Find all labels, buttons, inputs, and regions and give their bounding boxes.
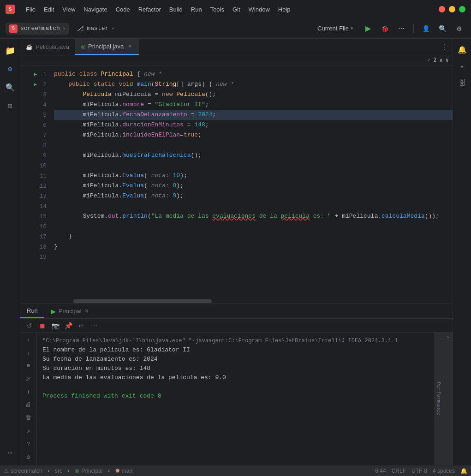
annotation-up[interactable]: ∧ [440,57,443,64]
code-editor: ▶1▶2345678910111213141516171819 public c… [20,65,453,299]
settings-button[interactable]: ⚙ [453,22,465,35]
output-line-1: El nombre de la pelicula es: Gladiator I… [42,345,429,355]
status-warning-icon: ⚠ [4,468,9,474]
current-file-selector[interactable]: Current File ▾ [313,23,358,34]
output-line-3: Su duración en minutos es: 148 [42,364,429,373]
tab-close-principal[interactable]: ✕ [126,43,133,50]
sidebar-item-structure[interactable]: ⊞ [2,98,18,114]
horizontal-scrollbar[interactable] [20,299,453,303]
sidebar: 📁 ⊙ 🔍 ⊞ ⋯ [0,39,20,465]
status-file-name: Principal [81,468,102,474]
status-method[interactable]: ⬟ main [115,468,134,474]
current-file-dropdown-icon: ▾ [351,25,353,31]
menu-item-git[interactable]: Git [229,4,244,15]
menu-item-tools[interactable]: Tools [207,4,228,15]
more-button[interactable]: ⋯ [89,320,100,331]
tab-pelicula[interactable]: ☕ Pelicula.java [20,39,75,55]
code-content[interactable]: public class Principal { new * public st… [50,65,453,299]
profile-button[interactable]: 👤 [419,22,432,35]
help-icon[interactable]: ? [22,438,35,450]
project-selector[interactable]: S screenmatch ▾ [6,23,69,35]
menu-item-window[interactable]: Window [245,4,274,15]
scrollbar-thumb[interactable] [73,299,212,303]
debug-button[interactable]: 🐞 [378,22,391,35]
run-output: "C:\Program Files\Java\jdk-17\bin\java.e… [37,333,434,465]
sidebar-item-git[interactable]: ⊙ [2,61,18,77]
tab-principal[interactable]: ◎ Principal.java ✕ [75,39,139,55]
status-method-name: main [122,468,134,474]
bottom-tabs: Run ▶ Principal ✕ [20,304,453,319]
app-icon: S [6,5,15,14]
bell-icon: 🔔 [460,468,467,474]
bottom-tab-run[interactable]: Run [20,304,44,318]
tab-label-pelicula: Pelicula.java [36,43,69,50]
minimize-button[interactable] [449,6,455,12]
screenshot-button[interactable]: 📷 [50,320,61,331]
status-file[interactable]: ◎ Principal [75,468,102,474]
scroll-up-icon[interactable]: ↑ [22,334,35,346]
notifications-icon[interactable]: 🔔 [455,42,470,57]
code-line-4: miPelicula.nombre = "Gladiator II"; [54,100,453,110]
status-notifications[interactable]: 🔔 [460,468,467,474]
principal-tab-close[interactable]: ✕ [84,308,89,314]
pin-button[interactable]: 📌 [63,320,74,331]
status-file-icon: ◎ [75,468,79,474]
output-scroll-right[interactable]: › [443,333,453,465]
code-line-8 [54,140,453,150]
sidebar-item-more[interactable]: ⋯ [2,445,18,461]
status-encoding[interactable]: UTF-8 [411,468,427,474]
menu-item-code[interactable]: Code [112,4,134,15]
menu-item-help[interactable]: Help [274,4,294,15]
main-layout: 📁 ⊙ 🔍 ⊞ ⋯ ☕ Pelicula.java ◎ Principal.ja… [0,39,471,465]
print-icon[interactable]: 🖨 [22,399,35,411]
more-options-button[interactable]: ⋯ [395,22,408,35]
code-line-5: miPelicula.fechaDeLanzamiento = 2024; [54,110,453,120]
filter-icon[interactable]: ≡ [22,360,35,372]
tabs-more-button[interactable]: ⋮ [436,42,453,52]
code-line-2: public static void main(String[] args) {… [54,79,453,89]
status-arrow1: › [48,468,49,473]
code-line-18: } [54,242,453,252]
annotation-down[interactable]: ∨ [446,57,449,64]
tab-label-principal: Principal.java [88,43,124,50]
performance-panel[interactable]: Performance [434,333,443,465]
output-line-2: Su fecha de lanzamiento es: 2024 [42,355,429,364]
status-indent-label: 4 spaces [433,468,455,474]
menu-item-build[interactable]: Build [166,4,186,15]
bottom-toolbar: ↺ ◼ 📷 📌 ↩ ⋯ [20,319,453,333]
branch-selector[interactable]: ⎇ master ▾ [73,23,118,34]
status-line-ending[interactable]: CRLF [392,468,406,474]
restart-button[interactable]: ↺ [24,320,35,331]
menu-item-view[interactable]: View [59,4,79,15]
close-button[interactable] [439,6,445,12]
status-src[interactable]: src [55,468,62,474]
external-link-icon[interactable]: ↗ [22,425,35,437]
expand-icon[interactable]: ⬆ [22,386,35,398]
menu-item-navigate[interactable]: Navigate [80,4,111,15]
wrap-button[interactable]: ↩ [76,320,87,331]
menu-item-refactor[interactable]: Refactor [135,4,165,15]
search-button[interactable]: 🔍 [436,22,449,35]
line-number-8: 8 [20,140,50,150]
status-position[interactable]: 6:44 [375,468,386,474]
settings2-icon[interactable]: ⚙ [22,451,35,463]
ai-icon[interactable]: ✦ [455,59,470,74]
status-project[interactable]: ⚠ screenmatch [4,468,42,474]
database-icon[interactable]: 🗄 [455,76,470,90]
principal-tab-icon: ▶ [51,308,56,315]
stop-button[interactable]: ◼ [37,320,48,331]
sidebar-item-search[interactable]: 🔍 [2,79,18,96]
run-button[interactable]: ▶ [362,22,375,35]
bottom-tab-principal[interactable]: ▶ Principal ✕ [44,304,95,318]
status-indent[interactable]: 4 spaces [433,468,455,474]
scroll-down-icon[interactable]: ↓ [22,347,35,359]
status-project-name: screenmatch [11,468,42,474]
trash-icon[interactable]: 🗑 [22,411,35,423]
java-icon: ☕ [26,44,33,50]
split-icon[interactable]: ⫻ [22,373,35,385]
maximize-button[interactable] [459,6,465,12]
menu-item-file[interactable]: File [22,4,39,15]
sidebar-item-project[interactable]: 📁 [2,42,18,59]
menu-item-edit[interactable]: Edit [40,4,58,15]
menu-item-run[interactable]: Run [187,4,206,15]
